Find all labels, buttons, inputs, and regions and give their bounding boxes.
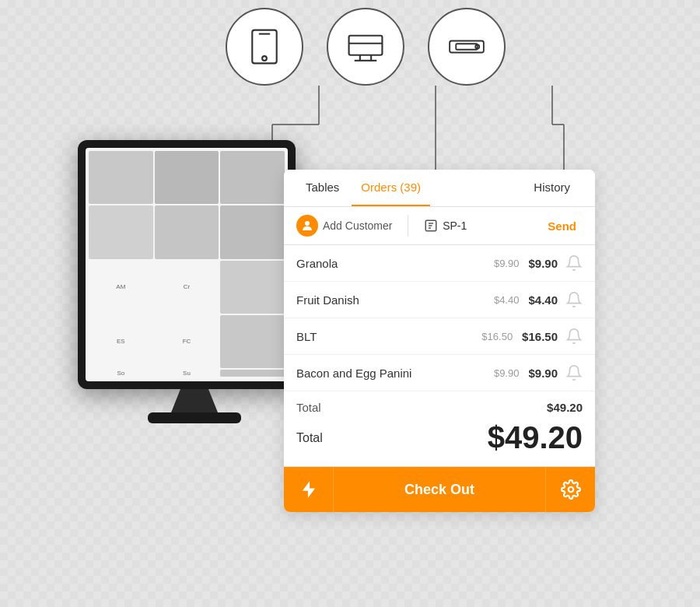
settings-button[interactable] [545,467,595,512]
bell-icon-2[interactable] [565,328,583,345]
action-bar: Check Out [284,467,595,512]
item-total-3: $9.90 [528,367,558,380]
item-name-3: Bacon and Egg Panini [296,367,494,380]
item-total-2: $16.50 [522,330,558,343]
lightning-button[interactable] [284,467,334,512]
total-amount-small: $49.20 [547,401,583,414]
customer-icon [296,215,318,237]
svg-marker-23 [302,481,314,498]
device-icons-row [226,8,506,86]
send-button[interactable]: Send [541,216,583,236]
receipt-printer-icon-circle [428,8,506,86]
item-unit-price-0: $9.90 [494,258,520,269]
tab-history[interactable]: History [524,170,579,206]
svg-rect-0 [252,30,276,64]
svg-rect-3 [349,36,383,55]
item-name-0: Granola [296,257,494,270]
lightning-icon [299,479,319,500]
order-item-2: BLT $16.50 $16.50 [284,318,595,355]
item-unit-price-2: $16.50 [481,331,513,342]
monitor-base [148,412,241,423]
item-name-1: Fruit Danish [296,293,494,307]
order-header: Add Customer SP-1 Send [284,207,595,245]
bell-icon-1[interactable] [565,291,583,308]
total-row-large: Total $49.20 [284,417,595,467]
bell-icon-0[interactable] [565,254,583,272]
item-name-2: BLT [296,330,481,343]
monitor-body: AM Cr ES FC So Su [78,140,296,389]
item-total-0: $9.90 [528,257,558,270]
svg-point-24 [568,487,573,493]
pos-terminal-icon-circle [327,8,404,86]
order-id: SP-1 [415,219,535,233]
settings-icon [561,479,581,500]
add-customer-button[interactable]: Add Customer [296,215,408,237]
item-unit-price-3: $9.90 [494,367,520,379]
pos-panel: Tables Orders (39) History Add Customer [284,170,595,512]
tab-tables[interactable]: Tables [296,170,348,206]
total-amount-large: $49.20 [488,420,583,455]
order-item-1: Fruit Danish $4.40 $4.40 [284,282,595,318]
total-row-small: Total $49.20 [284,391,595,417]
order-id-label: SP-1 [443,219,467,232]
svg-point-1 [262,56,267,61]
total-label-small: Total [296,401,321,414]
monitor-stand [171,389,218,412]
checkout-button[interactable]: Check Out [334,482,545,498]
item-unit-price-1: $4.40 [494,294,520,306]
order-item-3: Bacon and Egg Panini $9.90 $9.90 [284,355,595,391]
order-item-0: Granola $9.90 $9.90 [284,245,595,282]
tab-bar: Tables Orders (39) History [284,170,595,207]
monitor-screen: AM Cr ES FC So Su [86,148,288,381]
add-customer-label: Add Customer [323,219,392,232]
bell-icon-3[interactable] [565,364,583,381]
monitor-container: AM Cr ES FC So Su [78,140,311,423]
total-label-large: Total [296,431,323,445]
tab-orders[interactable]: Orders (39) [352,170,430,206]
order-items-list: Granola $9.90 $9.90 Fruit Danish $4.40 $… [284,245,595,391]
svg-rect-9 [456,44,478,50]
tablet-icon-circle [226,8,303,86]
svg-point-18 [305,221,310,226]
item-total-1: $4.40 [528,293,558,307]
connector-lines [268,86,603,171]
